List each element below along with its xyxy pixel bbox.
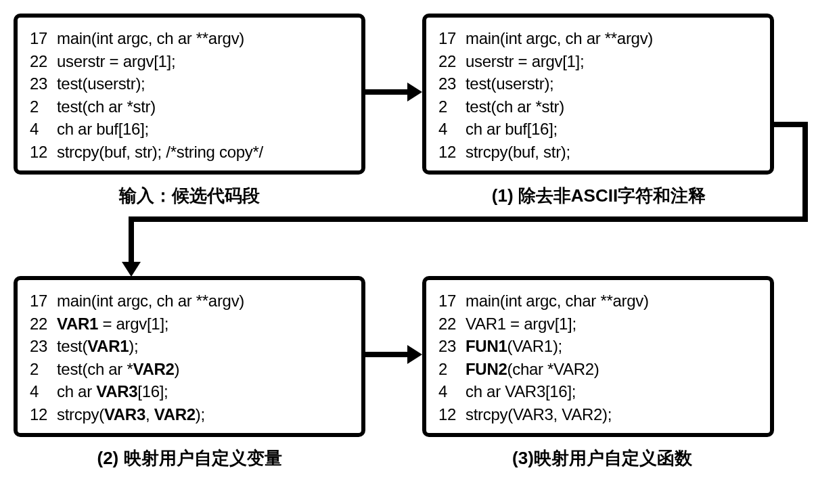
- box-step2: 17main(int argc, ch ar **argv)22VAR1 = a…: [14, 276, 365, 437]
- arrow-1-shaft: [365, 89, 409, 95]
- code-line: 4ch ar buf[16];: [438, 118, 758, 141]
- code-line: 17main(int argc, ch ar **argv): [438, 27, 758, 50]
- code-block-step1: 17main(int argc, ch ar **argv)22userstr …: [438, 27, 758, 164]
- caption-step1: (1) 除去非ASCII字符和注释: [463, 184, 734, 208]
- caption-step2: (2) 映射用户自定义变量: [54, 446, 325, 470]
- arrow-3-shaft: [365, 352, 409, 357]
- arrow-1-head: [407, 83, 422, 101]
- code-block-step2: 17main(int argc, ch ar **argv)22VAR1 = a…: [30, 290, 349, 426]
- code-line: 2test(ch ar *VAR2): [30, 358, 349, 381]
- code-line: 12strcpy(buf, str);: [438, 141, 758, 164]
- caption-step3: (3)映射用户自定义函数: [474, 446, 731, 470]
- code-line: 22userstr = argv[1];: [30, 50, 349, 73]
- code-line: 4ch ar buf[16];: [30, 118, 349, 141]
- code-line: 2test(ch ar *str): [30, 95, 349, 118]
- code-line: 22VAR1 = argv[1];: [438, 313, 758, 336]
- diagram-root: 17main(int argc, ch ar **argv)22userstr …: [14, 14, 825, 501]
- code-line: 23FUN1(VAR1);: [438, 335, 758, 358]
- code-line: 22VAR1 = argv[1];: [30, 313, 349, 336]
- code-line: 12strcpy(buf, str); /*string copy*/: [30, 141, 349, 164]
- code-line: 17main(int argc, ch ar **argv): [30, 27, 349, 50]
- code-line: 4ch ar VAR3[16];: [30, 380, 349, 403]
- code-line: 12strcpy(VAR3, VAR2);: [438, 403, 758, 426]
- code-line: 22userstr = argv[1];: [438, 50, 758, 73]
- code-block-input: 17main(int argc, ch ar **argv)22userstr …: [30, 27, 349, 164]
- code-line: 23test(userstr);: [438, 72, 758, 95]
- box-input: 17main(int argc, ch ar **argv)22userstr …: [14, 14, 365, 175]
- code-line: 12strcpy(VAR3, VAR2);: [30, 403, 349, 426]
- code-line: 17main(int argc, char **argv): [438, 290, 758, 313]
- caption-input: 输入：候选代码段: [81, 184, 298, 208]
- code-line: 4ch ar VAR3[16];: [438, 380, 758, 403]
- code-block-step3: 17main(int argc, char **argv)22VAR1 = ar…: [438, 290, 758, 426]
- box-step1: 17main(int argc, ch ar **argv)22userstr …: [422, 14, 774, 175]
- arrow-2-s2: [802, 122, 808, 222]
- code-line: 23test(VAR1);: [30, 335, 349, 358]
- code-line: 23test(userstr);: [30, 72, 349, 95]
- arrow-2-s4: [129, 216, 134, 264]
- code-line: 2FUN2(char *VAR2): [438, 358, 758, 381]
- arrow-2-head: [122, 262, 141, 277]
- code-line: 2test(ch ar *str): [438, 95, 758, 118]
- box-step3: 17main(int argc, char **argv)22VAR1 = ar…: [422, 276, 774, 437]
- arrow-2-s3: [129, 216, 808, 222]
- arrow-3-head: [407, 345, 422, 364]
- code-line: 17main(int argc, ch ar **argv): [30, 290, 349, 313]
